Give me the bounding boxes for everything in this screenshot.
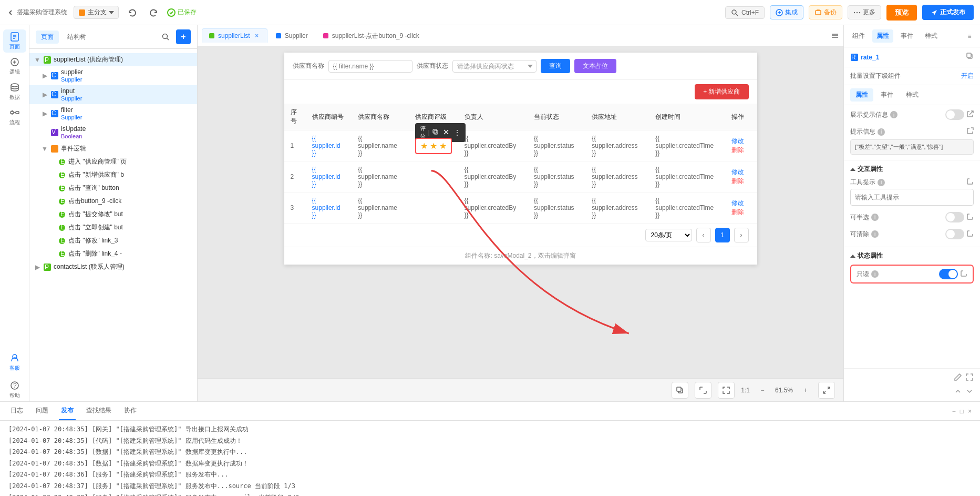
right-panel-expand-icon[interactable] [965, 373, 974, 383]
right-panel-menu-icon[interactable]: ≡ [963, 30, 976, 43]
branch-selector[interactable]: 主分支 [74, 6, 119, 19]
sidebar-item-service[interactable]: 客服 [3, 351, 26, 374]
tree-item-supplierList[interactable]: ▼ P supplierList (供应商管理) [29, 53, 197, 66]
query-button[interactable]: 查询 [541, 59, 570, 73]
link-delete-3[interactable]: 删除 [731, 208, 744, 216]
tab-supplier[interactable]: Supplier [269, 28, 315, 43]
add-supplier-button[interactable]: + 新增供应商 [695, 84, 748, 99]
display-info-link-icon[interactable] [966, 110, 974, 119]
tree-item-isUpdate[interactable]: ▶ V isUpdate Boolean [29, 123, 197, 142]
tab-page[interactable]: 页面 [36, 31, 59, 44]
link-modify-2[interactable]: 修改 [731, 168, 744, 176]
filter-status-select[interactable]: 请选择供应商两状态 [452, 60, 537, 73]
redo-button[interactable] [146, 5, 161, 20]
readonly-link-icon[interactable] [960, 270, 967, 279]
preview-button[interactable]: 预览 [886, 5, 917, 21]
rating-more-btn[interactable]: ⋮ [452, 128, 462, 137]
canvas-resize-button[interactable] [695, 382, 711, 399]
right-panel-up-icon[interactable] [954, 387, 962, 397]
tree-item-filter[interactable]: ▶ C filter Supplier [29, 104, 197, 123]
link-delete-1[interactable]: 删除 [731, 146, 744, 154]
link-modify-3[interactable]: 修改 [731, 199, 744, 207]
bottom-tab-search[interactable]: 查找结果 [84, 402, 114, 420]
right-tab-properties[interactable]: 属性 [872, 29, 893, 43]
bottom-close-button[interactable]: × [968, 408, 972, 415]
link-delete-2[interactable]: 删除 [731, 177, 744, 185]
bottom-tab-publish[interactable]: 发布 [59, 402, 76, 420]
canvas-copy-button[interactable] [672, 382, 688, 399]
tabs-menu-icon[interactable] [831, 32, 839, 40]
sidebar-item-logic[interactable]: 逻辑 [3, 55, 26, 78]
tree-item-event1[interactable]: ▶ E 进入 "供应商管理" 页 [29, 155, 197, 168]
search-shortcut-button[interactable]: Ctrl+F [725, 6, 765, 19]
state-section-title-row[interactable]: 状态属性 [850, 251, 974, 260]
tree-item-event8[interactable]: ▶ E 点击 "删除" link_4 - [29, 247, 197, 260]
inner-tab-props[interactable]: 属性 [850, 88, 873, 102]
clearable-link-icon[interactable] [966, 230, 974, 239]
zoom-out-button[interactable]: − [756, 384, 769, 397]
rating-stars[interactable]: ★ ★ ★ [415, 138, 452, 154]
halfstar-toggle[interactable] [945, 212, 964, 222]
hint-link-icon[interactable] [966, 127, 974, 136]
bottom-tab-log[interactable]: 日志 [8, 402, 25, 420]
bottom-minimize-button[interactable]: − [952, 408, 956, 415]
bottom-tab-collab[interactable]: 协作 [122, 402, 139, 420]
tab-clickEvent[interactable]: supplierList-点击button_9 -click [316, 28, 426, 44]
sidebar-item-help[interactable]: ? 帮助 [3, 378, 26, 401]
readonly-toggle[interactable] [939, 269, 958, 279]
inner-tab-events[interactable]: 事件 [875, 88, 899, 102]
tree-item-events-folder[interactable]: ▼ 事件逻辑 [29, 142, 197, 155]
text-pos-button[interactable]: 文本占位 [574, 59, 616, 73]
right-tab-style[interactable]: 样式 [921, 29, 942, 43]
batch-toggle-button[interactable]: 开启 [961, 72, 974, 80]
zoom-in-button[interactable]: + [799, 384, 812, 397]
tree-item-event3[interactable]: ▶ E 点击 "查询" button [29, 181, 197, 195]
tab-supplierList[interactable]: supplierList × [202, 28, 267, 43]
tree-item-supplier[interactable]: ▶ C supplier Supplier [29, 66, 197, 85]
tab-close-supplierList[interactable]: × [253, 32, 261, 39]
back-button[interactable]: 搭建采购管理系统 [6, 8, 67, 17]
bottom-tab-issues[interactable]: 问题 [34, 402, 50, 420]
more-button[interactable]: 更多 [848, 5, 881, 19]
right-panel-edit-icon[interactable] [954, 373, 962, 383]
interaction-section-title-row[interactable]: 交互属性 [850, 165, 974, 174]
tree-item-event2[interactable]: ▶ E 点击 "新增供应商" b [29, 168, 197, 181]
sidebar-item-data[interactable]: 数据 [3, 80, 26, 103]
tree-item-input[interactable]: ▶ C input Supplier [29, 85, 197, 104]
tree-item-event5[interactable]: ▶ E 点击 "提交修改" but [29, 208, 197, 221]
page-prev-button[interactable]: ‹ [696, 228, 711, 242]
rating-delete-btn[interactable] [441, 129, 451, 136]
right-tab-component[interactable]: 组件 [848, 29, 869, 43]
tree-item-event7[interactable]: ▶ E 点击 "修改" link_3 [29, 234, 197, 247]
integrate-button[interactable]: 集成 [770, 5, 803, 19]
add-page-button[interactable]: + [176, 29, 191, 44]
page-size-select[interactable]: 20条/页 [645, 229, 692, 241]
clearable-toggle[interactable] [945, 229, 964, 239]
rating-copy-btn[interactable] [431, 129, 440, 136]
publish-button[interactable]: 正式发布 [922, 5, 974, 20]
tab-structure[interactable]: 结构树 [62, 31, 91, 44]
sidebar-item-page[interactable]: 页面 [3, 29, 26, 53]
right-tab-events[interactable]: 事件 [896, 29, 917, 43]
tree-item-contactsList[interactable]: ▶ P contactsList (联系人管理) [29, 260, 197, 274]
backup-button[interactable]: 备份 [809, 5, 842, 19]
tree-item-event6[interactable]: ▶ E 点击 "立即创建" but [29, 221, 197, 234]
tooltip-link-icon[interactable] [966, 178, 974, 187]
tooltip-input[interactable] [850, 189, 974, 206]
modal-hint[interactable]: 组件名称: saveModal_2，双击编辑弹窗 [284, 247, 757, 265]
tree-item-event4[interactable]: ▶ E 点击button_9 -click [29, 195, 197, 208]
link-modify-1[interactable]: 修改 [731, 137, 744, 145]
sidebar-item-flow[interactable]: 流程 [3, 105, 26, 128]
page-1-button[interactable]: 1 [715, 228, 730, 242]
right-panel-down-icon[interactable] [965, 387, 974, 397]
page-next-button[interactable]: › [734, 228, 749, 242]
component-copy-icon[interactable] [966, 53, 974, 62]
canvas-fullscreen-button[interactable] [818, 382, 835, 399]
halfstar-link-icon[interactable] [966, 213, 974, 222]
filter-name-input[interactable] [328, 60, 412, 73]
bottom-maximize-button[interactable]: □ [960, 408, 964, 415]
display-info-toggle[interactable] [945, 109, 964, 120]
undo-button[interactable] [125, 5, 140, 20]
tree-search-button[interactable] [158, 29, 173, 44]
inner-tab-style[interactable]: 样式 [901, 88, 924, 102]
